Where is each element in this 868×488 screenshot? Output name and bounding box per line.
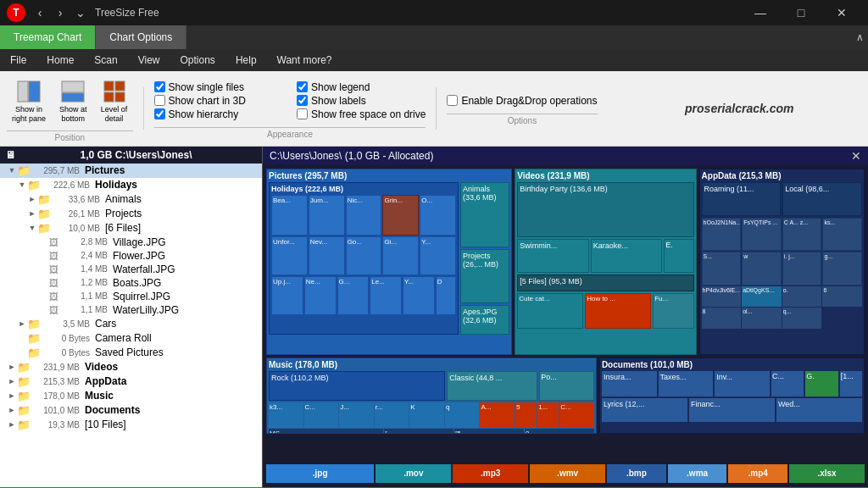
tree-item-waterfall[interactable]: 🖼 1,4 MB Waterfall.JPG — [0, 263, 262, 276]
tm-financ[interactable]: Financ... — [689, 398, 775, 422]
tree-item-appdata[interactable]: ► 📁 215,3 MB AppData — [0, 374, 262, 389]
tree-item-animals[interactable]: ► 📁 33,6 MB Animals — [0, 192, 262, 207]
tm-y2[interactable]: Y... — [403, 276, 435, 315]
tm-ks[interactable]: ks... — [822, 218, 862, 252]
tm-how-to[interactable]: How to ... — [585, 293, 651, 329]
tm-projects[interactable]: Projects (26,... MB) — [460, 249, 509, 302]
tree-item-cameraroll[interactable]: 📁 0 Bytes Camera Roll — [0, 331, 262, 346]
tree-item-holidays[interactable]: ▼ 📁 222,6 MB Holidays — [0, 178, 262, 192]
tm-c[interactable]: C... — [304, 402, 339, 428]
show-legend-label[interactable]: Show legend — [297, 81, 426, 93]
tm-pictures[interactable]: Pictures (295,7 MB) Holidays (222,6 MB) … — [266, 169, 512, 355]
tm-0[interactable]: 0. — [525, 429, 594, 434]
show-single-checkbox[interactable] — [154, 81, 165, 92]
tm-c2[interactable]: C... — [559, 402, 594, 428]
tm-nic[interactable]: Nic... — [346, 195, 382, 236]
tm-inv[interactable]: Inv... — [715, 371, 770, 396]
tree-item-village[interactable]: 🖼 2,8 MB Village.JPG — [0, 236, 262, 249]
tm-ms[interactable]: MS... — [269, 429, 383, 434]
show-bottom-button[interactable]: Show atbottom — [54, 75, 92, 127]
tm-fu[interactable]: Fu... — [653, 293, 693, 329]
tree-item-savedpictures[interactable]: 📁 0 Bytes Saved Pictures — [0, 346, 262, 360]
tm-j[interactable]: J... — [339, 402, 374, 428]
tree-item-music[interactable]: ► 📁 178,0 MB Music — [0, 389, 262, 403]
show-3d-checkbox[interactable] — [154, 95, 165, 106]
tm-animals[interactable]: Animals (33,6 MB) — [460, 182, 509, 248]
show-3d-label[interactable]: Show chart in 3D — [154, 95, 283, 107]
show-labels-checkbox[interactable] — [297, 95, 308, 106]
drag-drop-label[interactable]: Enable Drag&Drop operations — [447, 95, 597, 107]
tm-5b[interactable]: [5 ... — [454, 429, 524, 434]
tm-holidays[interactable]: Holidays (222,6 MB) Bea... Jum... Nic...… — [269, 182, 459, 335]
tm-w[interactable]: w — [742, 252, 782, 286]
tm-le[interactable]: Le... — [370, 276, 402, 315]
legend-wmv[interactable]: .wmv — [530, 464, 605, 483]
nav-down[interactable]: ⌄ — [71, 3, 90, 22]
tm-documents[interactable]: Documents (101,0 MB) Insura... Taxes... … — [599, 358, 865, 434]
show-free-space-label[interactable]: Show free space on drive — [297, 108, 426, 120]
tm-g2[interactable]: g... — [822, 252, 862, 286]
tm-q2[interactable]: q — [445, 402, 480, 428]
show-right-pane-button[interactable]: Show inright pane — [7, 75, 51, 127]
tm-classic[interactable]: Classic (44,8 ... — [447, 371, 537, 401]
tm-ij[interactable]: i. j... — [782, 252, 822, 286]
tab-treemap-chart[interactable]: Treemap Chart — [0, 25, 96, 49]
tm-c3[interactable]: C... — [771, 371, 804, 396]
tm-videos[interactable]: Videos (231,9 MB) Birthday Party (136,6 … — [515, 169, 696, 355]
tm-lyrics[interactable]: Lyrics (12,... — [602, 398, 687, 422]
tm-k[interactable]: K — [409, 402, 444, 428]
menu-help[interactable]: Help — [225, 49, 267, 71]
tab-chart-options[interactable]: Chart Options — [96, 25, 186, 49]
show-labels-label[interactable]: Show labels — [297, 95, 426, 107]
tree-item-squirrel[interactable]: 🖼 1,1 MB Squirrel.JPG — [0, 290, 262, 303]
level-of-detail-button[interactable]: Level ofdetail — [96, 75, 133, 127]
tm-po[interactable]: Po... — [539, 371, 594, 401]
tm-roaming[interactable]: Roaming (11... — [702, 182, 782, 216]
tm-ca[interactable]: C A... z... — [782, 218, 822, 252]
show-hierarchy-label[interactable]: Show hierarchy — [154, 108, 283, 120]
tree-item-boats[interactable]: 🖼 1,2 MB Boats.JPG — [0, 276, 262, 290]
tree-item-videos[interactable]: ► 📁 231,9 MB Videos — [0, 360, 262, 374]
tm-e[interactable]: E. — [664, 239, 693, 273]
tm-k3[interactable]: k3... — [269, 402, 303, 428]
tm-local[interactable]: Local (98,6... — [782, 182, 862, 216]
close-button[interactable]: ✕ — [822, 0, 861, 25]
tab-collapse-btn[interactable]: ∧ — [851, 25, 868, 49]
close-right-panel-button[interactable]: ✕ — [851, 149, 861, 163]
tm-birthday[interactable]: Birthday Party (136,6 MB) — [517, 182, 693, 237]
maximize-button[interactable]: □ — [782, 0, 821, 25]
tm-jum[interactable]: Jum... — [309, 195, 345, 236]
tm-wed[interactable]: Wed... — [776, 398, 862, 422]
tm-bea[interactable]: Bea... — [271, 195, 308, 236]
menu-want-more[interactable]: Want more? — [267, 49, 342, 71]
tm-g[interactable]: G... — [337, 276, 370, 315]
legend-bmp[interactable]: .bmp — [607, 464, 666, 483]
tree-item-10files[interactable]: ► 📁 19,3 MB [10 Files] — [0, 418, 262, 432]
tm-adtl[interactable]: aDtlQgKS... — [742, 286, 782, 308]
minimize-button[interactable]: — — [741, 0, 780, 25]
tm-apes[interactable]: Apes.JPG (32,6 MB) — [460, 305, 509, 335]
tm-d[interactable]: D — [436, 276, 456, 315]
tm-unfor[interactable]: Unfor... — [271, 236, 308, 275]
menu-home[interactable]: Home — [36, 49, 84, 71]
tree-item-documents[interactable]: ► 📁 101,0 MB Documents — [0, 403, 262, 418]
tree-item-flower[interactable]: 🖼 2,4 MB Flower.JPG — [0, 249, 262, 263]
legend-mp4[interactable]: .mp4 — [728, 464, 787, 483]
show-hierarchy-checkbox[interactable] — [154, 108, 165, 119]
tm-taxes[interactable]: Taxes... — [659, 371, 714, 396]
tm-s[interactable]: S... — [702, 252, 742, 286]
tm-8[interactable]: 8 — [702, 308, 742, 329]
tm-o-[interactable]: o. — [782, 286, 822, 308]
legend-mp3[interactable]: .mp3 — [453, 464, 528, 483]
menu-scan[interactable]: Scan — [84, 49, 127, 71]
legend-jpg[interactable]: .jpg — [266, 464, 374, 483]
menu-view[interactable]: View — [128, 49, 170, 71]
tm-music[interactable]: Music (178,0 MB) Rock (110,2 MB) Classic… — [266, 358, 597, 434]
nav-back[interactable]: ‹ — [31, 3, 49, 22]
tm-o[interactable]: O... — [420, 195, 456, 236]
tm-r[interactable]: r... — [375, 402, 409, 428]
tm-lb[interactable]: [... — [384, 429, 453, 434]
tm-hp4[interactable]: hP4dvJlv6lE... — [702, 286, 742, 308]
nav-forward[interactable]: › — [51, 3, 70, 22]
tm-6[interactable]: 6 — [822, 286, 862, 308]
